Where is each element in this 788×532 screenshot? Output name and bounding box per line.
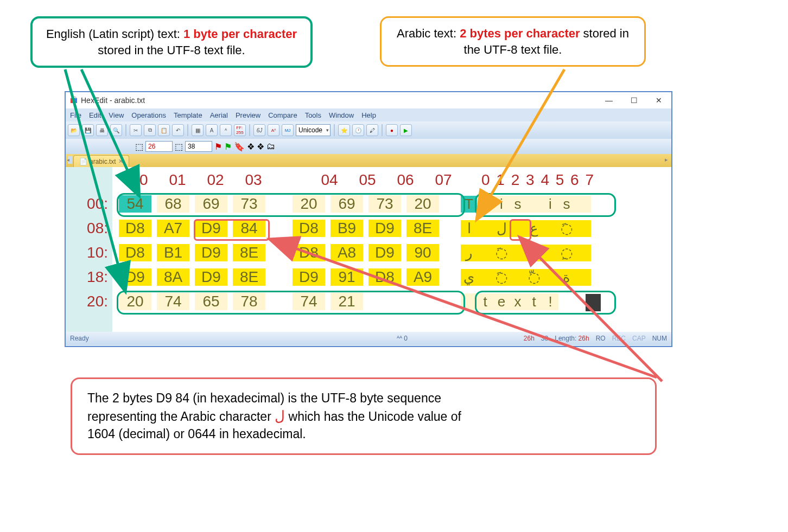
- hex-byte[interactable]: 78: [233, 293, 265, 310]
- hex-byte[interactable]: 90: [406, 244, 439, 261]
- ascii-char[interactable]: ة: [558, 269, 575, 286]
- hex-byte[interactable]: 84: [233, 220, 265, 237]
- encoding-icon[interactable]: Aᴬ: [268, 124, 279, 136]
- menu-help[interactable]: Help: [361, 111, 376, 119]
- hex-row[interactable]: 00:5468697320697320This is: [73, 195, 591, 213]
- hex-icon[interactable]: FF:255: [234, 124, 246, 136]
- hex-byte[interactable]: D8: [293, 220, 325, 237]
- hex-byte[interactable]: 91: [331, 268, 363, 286]
- save-icon[interactable]: 💾: [82, 124, 94, 136]
- search-icon[interactable]: 🔍: [110, 124, 122, 136]
- hex-byte[interactable]: A7: [157, 220, 189, 237]
- tab-arabic-txt[interactable]: 📄 arabic.txt ✕: [73, 155, 129, 167]
- ascii-char[interactable]: ◌َ: [493, 269, 510, 286]
- multibyte-icon[interactable]: MJ: [282, 124, 294, 136]
- play-icon[interactable]: ▶: [400, 124, 412, 136]
- ascii-char[interactable]: [575, 245, 591, 261]
- tool-icon[interactable]: 🗂: [266, 142, 275, 151]
- open-icon[interactable]: 📂: [68, 124, 80, 136]
- ascii-char[interactable]: [477, 220, 493, 237]
- hex-byte[interactable]: 8E: [233, 244, 265, 261]
- font-icon[interactable]: A: [206, 124, 218, 136]
- hex-row[interactable]: 18:D98AD98ED991D8A9ي ◌َ ◌ّ ة: [73, 268, 591, 286]
- ascii-char[interactable]: ◌َ: [558, 220, 575, 237]
- grid-icon[interactable]: ▦: [192, 124, 204, 136]
- hex-byte[interactable]: 65: [195, 293, 227, 310]
- hex-byte[interactable]: D8: [293, 244, 325, 261]
- font-small-icon[interactable]: ᴬ: [220, 124, 232, 136]
- tool-icon[interactable]: ⬚: [175, 142, 183, 152]
- hex-byte[interactable]: [368, 293, 401, 310]
- hex-byte[interactable]: D8: [119, 220, 151, 237]
- tab-close-icon[interactable]: ✕: [118, 158, 123, 165]
- hex-row[interactable]: 10:D8B1D98ED8A8D990ر ◌َ ب ◌ِ: [73, 244, 591, 261]
- minimize-button[interactable]: —: [596, 92, 621, 108]
- ascii-char[interactable]: ◌َ: [493, 245, 510, 261]
- hex-byte[interactable]: D9: [293, 268, 325, 286]
- ascii-char[interactable]: ب: [526, 245, 542, 261]
- hex-row[interactable]: 20:207465787421 text!: [73, 293, 591, 310]
- close-button[interactable]: ✕: [646, 92, 671, 108]
- ascii-char[interactable]: s: [558, 196, 575, 213]
- hex-byte[interactable]: 54: [119, 195, 151, 213]
- ascii-char[interactable]: e: [493, 293, 510, 310]
- ascii-char[interactable]: [477, 269, 493, 286]
- ascii-char[interactable]: [575, 220, 591, 237]
- bookmark-icon[interactable]: 🔖: [234, 142, 245, 152]
- hex-byte[interactable]: A8: [331, 244, 363, 261]
- ascii-char[interactable]: ◌ّ: [526, 269, 542, 286]
- hex-byte[interactable]: D9: [119, 268, 151, 286]
- clock-icon[interactable]: 🕐: [352, 124, 364, 136]
- menu-operations[interactable]: Operations: [131, 111, 166, 119]
- hex-byte[interactable]: 8A: [157, 268, 189, 286]
- menu-compare[interactable]: Compare: [268, 111, 297, 119]
- address-field-1[interactable]: 26: [145, 141, 173, 152]
- encoding-dropdown[interactable]: Unicode: [296, 124, 331, 136]
- flag-green-icon[interactable]: ⚑: [224, 142, 232, 152]
- menu-view[interactable]: View: [109, 111, 124, 119]
- nav-icon[interactable]: ❖: [247, 142, 255, 152]
- menu-preview[interactable]: Preview: [236, 111, 260, 119]
- ascii-char[interactable]: !: [542, 293, 558, 310]
- hex-byte[interactable]: [406, 293, 439, 310]
- hex-byte[interactable]: 21: [331, 293, 363, 310]
- ascii-char[interactable]: T: [461, 196, 477, 213]
- ascii-char[interactable]: [461, 293, 477, 310]
- hex-byte[interactable]: 74: [293, 293, 325, 310]
- ascii-char[interactable]: h: [477, 196, 493, 213]
- ascii-char[interactable]: ع: [526, 220, 542, 237]
- undo-icon[interactable]: ↶: [172, 124, 184, 136]
- copy-icon[interactable]: ⧉: [144, 124, 156, 136]
- menu-file[interactable]: File: [70, 111, 81, 119]
- menu-aerial[interactable]: Aerial: [210, 111, 228, 119]
- ascii-char[interactable]: [526, 196, 542, 213]
- hex-byte[interactable]: D9: [195, 268, 227, 286]
- hex-byte[interactable]: 74: [157, 293, 189, 310]
- flag-red-icon[interactable]: ⚑: [214, 142, 222, 152]
- ascii-char[interactable]: [477, 245, 493, 261]
- menu-tools[interactable]: Tools: [305, 111, 321, 119]
- menu-edit[interactable]: Edit: [89, 111, 101, 119]
- ascii-char[interactable]: ل: [493, 220, 510, 237]
- hex-byte[interactable]: 68: [157, 195, 189, 213]
- ascii-char[interactable]: [542, 220, 558, 237]
- ascii-char[interactable]: t: [526, 293, 542, 310]
- hex-byte[interactable]: 8E: [406, 220, 439, 237]
- ascii-char[interactable]: i: [493, 196, 510, 213]
- hex-byte[interactable]: 8E: [233, 268, 265, 286]
- ascii-char[interactable]: [510, 269, 526, 286]
- menu-window[interactable]: Window: [329, 111, 354, 119]
- ascii-char[interactable]: s: [510, 196, 526, 213]
- ascii-char[interactable]: [558, 293, 575, 310]
- ascii-char[interactable]: x: [510, 293, 526, 310]
- ascii-char[interactable]: [542, 245, 558, 261]
- menu-template[interactable]: Template: [174, 111, 202, 119]
- ascii-char[interactable]: [575, 269, 591, 286]
- hex-byte[interactable]: 73: [368, 195, 401, 213]
- hex-byte[interactable]: 20: [406, 195, 439, 213]
- hex-byte[interactable]: D9: [368, 220, 401, 237]
- hex-byte[interactable]: 20: [293, 195, 325, 213]
- hex-byte[interactable]: D8: [368, 268, 401, 286]
- hex-byte[interactable]: D9: [195, 244, 227, 261]
- ascii-char[interactable]: [575, 196, 591, 213]
